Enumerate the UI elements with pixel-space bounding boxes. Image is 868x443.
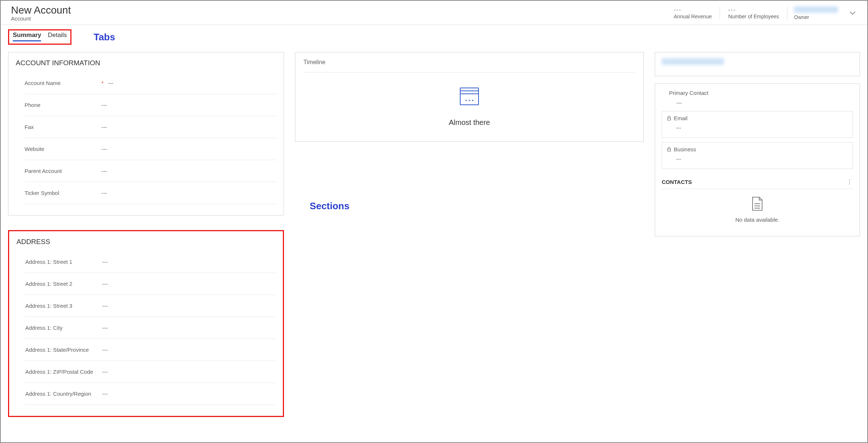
- tabs-container: Summary Details Tabs: [1, 25, 867, 45]
- field-value: ---: [102, 281, 108, 287]
- column-left: ACCOUNT INFORMATION Account Name * --- P…: [8, 52, 284, 432]
- primary-contact-label: Primary Contact: [669, 90, 853, 96]
- field-value: ---: [108, 80, 113, 86]
- entity-subtitle: Account: [11, 15, 71, 22]
- field-label: Address 1: Street 3: [25, 303, 102, 309]
- field-address-state[interactable]: Address 1: State/Province ---: [25, 339, 276, 361]
- page-title: New Account: [11, 4, 71, 16]
- contacts-empty-text: No data available.: [662, 217, 853, 223]
- field-address-zip[interactable]: Address 1: ZIP/Postal Code ---: [25, 361, 276, 383]
- field-address-street2[interactable]: Address 1: Street 2 ---: [25, 273, 276, 295]
- field-value: ---: [101, 102, 107, 108]
- primary-contact-value[interactable]: ---: [676, 100, 853, 106]
- required-indicator: *: [101, 80, 103, 86]
- header-owner[interactable]: Owner: [787, 6, 845, 20]
- field-label: Ticker Symbol: [25, 190, 101, 196]
- field-label: Fax: [25, 124, 101, 130]
- field-fax[interactable]: Fax ---: [25, 116, 276, 138]
- archive-box-icon: [459, 87, 480, 106]
- contacts-title: CONTACTS: [662, 179, 692, 185]
- redacted-link: [662, 58, 724, 65]
- annotation-tabs: Tabs: [93, 32, 115, 43]
- field-label: Phone: [25, 102, 101, 108]
- lock-icon: [666, 116, 672, 121]
- section-timeline: Timeline Almost there: [295, 52, 644, 142]
- contacts-more-button[interactable]: ⋮: [847, 178, 853, 185]
- timeline-empty-state: Almost there: [303, 87, 635, 127]
- tabs-highlight-box: Summary Details: [8, 29, 71, 45]
- lock-icon: [666, 147, 672, 152]
- section-title: ACCOUNT INFORMATION: [16, 59, 276, 67]
- form-header: New Account Account --- Annual Revenue -…: [1, 1, 867, 25]
- stat-value: ---: [674, 7, 712, 13]
- timeline-title: Timeline: [303, 59, 635, 73]
- field-label: Address 1: Country/Region: [25, 391, 102, 397]
- sub-label: Email: [674, 115, 688, 121]
- field-label: Website: [25, 146, 101, 152]
- field-label: Address 1: Street 2: [25, 281, 102, 287]
- field-parent-account[interactable]: Parent Account ---: [25, 160, 276, 182]
- stat-label: Annual Revenue: [674, 14, 712, 19]
- field-label: Address 1: City: [25, 325, 102, 331]
- field-value: ---: [101, 190, 107, 196]
- tab-details[interactable]: Details: [48, 32, 67, 41]
- contacts-header: CONTACTS ⋮: [662, 173, 853, 189]
- field-ticker-symbol[interactable]: Ticker Symbol ---: [25, 182, 276, 204]
- svg-point-5: [472, 100, 473, 101]
- field-address-country[interactable]: Address 1: Country/Region ---: [25, 383, 276, 405]
- primary-contact-business-box: Business ---: [662, 142, 853, 169]
- svg-rect-2: [460, 94, 479, 105]
- sub-label: Business: [674, 146, 696, 152]
- column-right: Primary Contact --- Email --- Business: [655, 52, 860, 236]
- field-value: ---: [102, 325, 108, 331]
- header-stat-annual-revenue[interactable]: --- Annual Revenue: [666, 7, 720, 19]
- field-value: ---: [102, 391, 108, 397]
- section-address: ADDRESS Address 1: Street 1 --- Address …: [8, 230, 284, 417]
- header-stat-employees[interactable]: --- Number of Employees: [720, 7, 787, 19]
- header-left: New Account Account: [11, 4, 71, 22]
- svg-rect-1: [460, 91, 479, 94]
- field-phone[interactable]: Phone ---: [25, 94, 276, 116]
- section-title: ADDRESS: [16, 238, 276, 246]
- svg-point-3: [465, 100, 467, 101]
- sub-value: ---: [676, 125, 848, 131]
- field-value: ---: [101, 146, 107, 152]
- field-value: ---: [101, 168, 107, 174]
- primary-contact-email-box: Email ---: [662, 111, 853, 138]
- chevron-down-icon: [849, 10, 856, 17]
- svg-rect-0: [460, 88, 479, 91]
- field-label: Address 1: ZIP/Postal Code: [25, 369, 102, 375]
- section-account-information: ACCOUNT INFORMATION Account Name * --- P…: [8, 52, 284, 215]
- owner-label: Owner: [794, 14, 838, 20]
- field-address-street3[interactable]: Address 1: Street 3 ---: [25, 295, 276, 317]
- field-value: ---: [102, 369, 108, 375]
- quick-view-card: [655, 52, 860, 76]
- stat-label: Number of Employees: [728, 14, 779, 19]
- tab-summary[interactable]: Summary: [13, 32, 41, 41]
- field-value: ---: [102, 303, 108, 309]
- field-address-city[interactable]: Address 1: City ---: [25, 317, 276, 339]
- main-columns: ACCOUNT INFORMATION Account Name * --- P…: [1, 45, 867, 432]
- contacts-empty-state: No data available.: [662, 189, 853, 229]
- annotation-sections: Sections: [310, 200, 644, 212]
- document-icon: [751, 196, 764, 211]
- stat-value: ---: [728, 7, 779, 13]
- owner-value-redacted: [794, 6, 838, 13]
- field-account-name[interactable]: Account Name * ---: [25, 72, 276, 94]
- svg-point-4: [469, 100, 470, 101]
- field-address-street1[interactable]: Address 1: Street 1 ---: [25, 251, 276, 273]
- timeline-empty-text: Almost there: [303, 118, 635, 127]
- field-label: Parent Account: [25, 168, 101, 174]
- sub-value: ---: [676, 156, 848, 162]
- field-label: Address 1: State/Province: [25, 347, 102, 353]
- field-label: Address 1: Street 1: [25, 259, 102, 265]
- expand-header-button[interactable]: [848, 9, 857, 18]
- field-label: Account Name: [25, 80, 101, 86]
- field-value: ---: [102, 259, 108, 265]
- column-center: Timeline Almost there Sections: [295, 52, 644, 212]
- field-website[interactable]: Website ---: [25, 138, 276, 160]
- header-right: --- Annual Revenue --- Number of Employe…: [666, 6, 857, 20]
- section-primary-contact: Primary Contact --- Email --- Business: [655, 84, 860, 236]
- field-value: ---: [102, 347, 108, 353]
- field-value: ---: [101, 124, 107, 130]
